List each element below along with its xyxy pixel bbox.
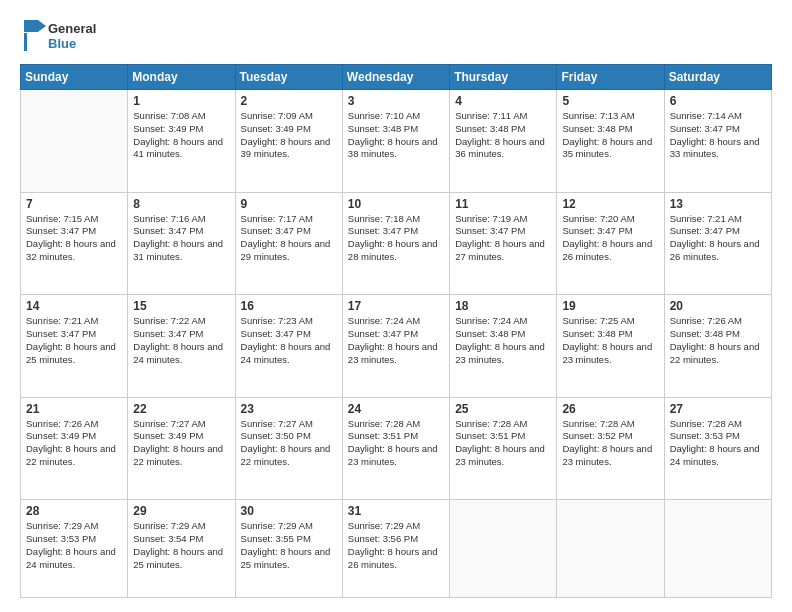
calendar-cell: 7Sunrise: 7:15 AM Sunset: 3:47 PM Daylig…: [21, 192, 128, 295]
cell-info: Sunrise: 7:28 AM Sunset: 3:51 PM Dayligh…: [455, 418, 551, 469]
calendar-cell: 19Sunrise: 7:25 AM Sunset: 3:48 PM Dayli…: [557, 295, 664, 398]
cell-info: Sunrise: 7:10 AM Sunset: 3:48 PM Dayligh…: [348, 110, 444, 161]
calendar-cell: 23Sunrise: 7:27 AM Sunset: 3:50 PM Dayli…: [235, 397, 342, 500]
calendar-cell: 13Sunrise: 7:21 AM Sunset: 3:47 PM Dayli…: [664, 192, 771, 295]
cell-info: Sunrise: 7:26 AM Sunset: 3:48 PM Dayligh…: [670, 315, 766, 366]
calendar-cell: 22Sunrise: 7:27 AM Sunset: 3:49 PM Dayli…: [128, 397, 235, 500]
day-number: 13: [670, 197, 766, 211]
weekday-header: Tuesday: [235, 65, 342, 90]
cell-info: Sunrise: 7:14 AM Sunset: 3:47 PM Dayligh…: [670, 110, 766, 161]
calendar-cell: 12Sunrise: 7:20 AM Sunset: 3:47 PM Dayli…: [557, 192, 664, 295]
calendar-week-row: 14Sunrise: 7:21 AM Sunset: 3:47 PM Dayli…: [21, 295, 772, 398]
day-number: 6: [670, 94, 766, 108]
cell-info: Sunrise: 7:24 AM Sunset: 3:47 PM Dayligh…: [348, 315, 444, 366]
cell-info: Sunrise: 7:28 AM Sunset: 3:52 PM Dayligh…: [562, 418, 658, 469]
calendar-cell: 11Sunrise: 7:19 AM Sunset: 3:47 PM Dayli…: [450, 192, 557, 295]
svg-rect-0: [24, 33, 27, 51]
day-number: 18: [455, 299, 551, 313]
calendar-cell: 30Sunrise: 7:29 AM Sunset: 3:55 PM Dayli…: [235, 500, 342, 598]
weekday-header: Wednesday: [342, 65, 449, 90]
calendar-cell: [450, 500, 557, 598]
calendar-cell: 9Sunrise: 7:17 AM Sunset: 3:47 PM Daylig…: [235, 192, 342, 295]
cell-info: Sunrise: 7:11 AM Sunset: 3:48 PM Dayligh…: [455, 110, 551, 161]
day-number: 10: [348, 197, 444, 211]
calendar-cell: 10Sunrise: 7:18 AM Sunset: 3:47 PM Dayli…: [342, 192, 449, 295]
day-number: 8: [133, 197, 229, 211]
cell-info: Sunrise: 7:27 AM Sunset: 3:49 PM Dayligh…: [133, 418, 229, 469]
calendar-cell: 21Sunrise: 7:26 AM Sunset: 3:49 PM Dayli…: [21, 397, 128, 500]
day-number: 30: [241, 504, 337, 518]
cell-info: Sunrise: 7:22 AM Sunset: 3:47 PM Dayligh…: [133, 315, 229, 366]
weekday-header: Monday: [128, 65, 235, 90]
logo-svg: GeneralBlue: [20, 18, 100, 54]
cell-info: Sunrise: 7:26 AM Sunset: 3:49 PM Dayligh…: [26, 418, 122, 469]
day-number: 29: [133, 504, 229, 518]
cell-info: Sunrise: 7:29 AM Sunset: 3:56 PM Dayligh…: [348, 520, 444, 571]
day-number: 7: [26, 197, 122, 211]
calendar-cell: 14Sunrise: 7:21 AM Sunset: 3:47 PM Dayli…: [21, 295, 128, 398]
weekday-header: Thursday: [450, 65, 557, 90]
day-number: 14: [26, 299, 122, 313]
calendar-cell: 8Sunrise: 7:16 AM Sunset: 3:47 PM Daylig…: [128, 192, 235, 295]
calendar-cell: 2Sunrise: 7:09 AM Sunset: 3:49 PM Daylig…: [235, 90, 342, 193]
calendar-cell: 4Sunrise: 7:11 AM Sunset: 3:48 PM Daylig…: [450, 90, 557, 193]
day-number: 2: [241, 94, 337, 108]
page: GeneralBlue SundayMondayTuesdayWednesday…: [0, 0, 792, 612]
cell-info: Sunrise: 7:28 AM Sunset: 3:53 PM Dayligh…: [670, 418, 766, 469]
day-number: 26: [562, 402, 658, 416]
calendar-cell: 16Sunrise: 7:23 AM Sunset: 3:47 PM Dayli…: [235, 295, 342, 398]
day-number: 11: [455, 197, 551, 211]
calendar-cell: 20Sunrise: 7:26 AM Sunset: 3:48 PM Dayli…: [664, 295, 771, 398]
calendar-cell: 5Sunrise: 7:13 AM Sunset: 3:48 PM Daylig…: [557, 90, 664, 193]
day-number: 15: [133, 299, 229, 313]
calendar-cell: 27Sunrise: 7:28 AM Sunset: 3:53 PM Dayli…: [664, 397, 771, 500]
weekday-header: Friday: [557, 65, 664, 90]
calendar-week-row: 1Sunrise: 7:08 AM Sunset: 3:49 PM Daylig…: [21, 90, 772, 193]
header: GeneralBlue: [20, 18, 772, 54]
day-number: 27: [670, 402, 766, 416]
calendar-week-row: 21Sunrise: 7:26 AM Sunset: 3:49 PM Dayli…: [21, 397, 772, 500]
cell-info: Sunrise: 7:21 AM Sunset: 3:47 PM Dayligh…: [670, 213, 766, 264]
cell-info: Sunrise: 7:25 AM Sunset: 3:48 PM Dayligh…: [562, 315, 658, 366]
cell-info: Sunrise: 7:15 AM Sunset: 3:47 PM Dayligh…: [26, 213, 122, 264]
calendar-cell: 15Sunrise: 7:22 AM Sunset: 3:47 PM Dayli…: [128, 295, 235, 398]
day-number: 22: [133, 402, 229, 416]
day-number: 19: [562, 299, 658, 313]
svg-rect-1: [24, 20, 38, 32]
svg-text:Blue: Blue: [48, 36, 76, 51]
day-number: 16: [241, 299, 337, 313]
cell-info: Sunrise: 7:23 AM Sunset: 3:47 PM Dayligh…: [241, 315, 337, 366]
calendar-week-row: 7Sunrise: 7:15 AM Sunset: 3:47 PM Daylig…: [21, 192, 772, 295]
day-number: 3: [348, 94, 444, 108]
calendar-cell: 6Sunrise: 7:14 AM Sunset: 3:47 PM Daylig…: [664, 90, 771, 193]
day-number: 21: [26, 402, 122, 416]
day-number: 23: [241, 402, 337, 416]
calendar-cell: 25Sunrise: 7:28 AM Sunset: 3:51 PM Dayli…: [450, 397, 557, 500]
day-number: 31: [348, 504, 444, 518]
day-number: 1: [133, 94, 229, 108]
calendar-cell: 28Sunrise: 7:29 AM Sunset: 3:53 PM Dayli…: [21, 500, 128, 598]
calendar-cell: [557, 500, 664, 598]
cell-info: Sunrise: 7:29 AM Sunset: 3:55 PM Dayligh…: [241, 520, 337, 571]
calendar-cell: [664, 500, 771, 598]
calendar-cell: 29Sunrise: 7:29 AM Sunset: 3:54 PM Dayli…: [128, 500, 235, 598]
cell-info: Sunrise: 7:19 AM Sunset: 3:47 PM Dayligh…: [455, 213, 551, 264]
svg-text:General: General: [48, 21, 96, 36]
calendar-cell: [21, 90, 128, 193]
svg-marker-2: [38, 20, 46, 32]
calendar-cell: 18Sunrise: 7:24 AM Sunset: 3:48 PM Dayli…: [450, 295, 557, 398]
calendar-cell: 24Sunrise: 7:28 AM Sunset: 3:51 PM Dayli…: [342, 397, 449, 500]
logo: GeneralBlue: [20, 18, 100, 54]
cell-info: Sunrise: 7:20 AM Sunset: 3:47 PM Dayligh…: [562, 213, 658, 264]
calendar-week-row: 28Sunrise: 7:29 AM Sunset: 3:53 PM Dayli…: [21, 500, 772, 598]
day-number: 9: [241, 197, 337, 211]
day-number: 25: [455, 402, 551, 416]
day-number: 20: [670, 299, 766, 313]
calendar-table: SundayMondayTuesdayWednesdayThursdayFrid…: [20, 64, 772, 598]
day-number: 4: [455, 94, 551, 108]
calendar-cell: 1Sunrise: 7:08 AM Sunset: 3:49 PM Daylig…: [128, 90, 235, 193]
cell-info: Sunrise: 7:08 AM Sunset: 3:49 PM Dayligh…: [133, 110, 229, 161]
calendar-cell: 3Sunrise: 7:10 AM Sunset: 3:48 PM Daylig…: [342, 90, 449, 193]
calendar-cell: 17Sunrise: 7:24 AM Sunset: 3:47 PM Dayli…: [342, 295, 449, 398]
cell-info: Sunrise: 7:16 AM Sunset: 3:47 PM Dayligh…: [133, 213, 229, 264]
